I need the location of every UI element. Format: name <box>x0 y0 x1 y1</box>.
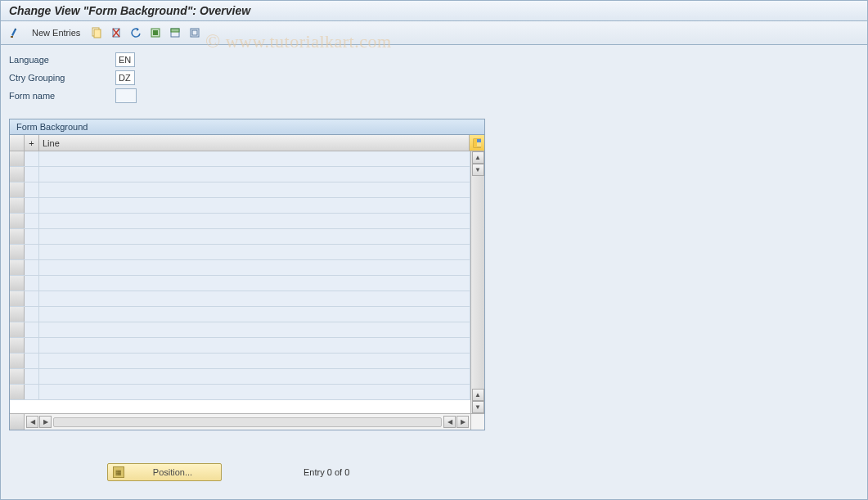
grid-corner <box>10 414 25 430</box>
form-name-field[interactable] <box>115 88 137 103</box>
grid-header-line[interactable]: Line <box>39 135 470 151</box>
page-title: Change View "Form Background": Overview <box>1 1 867 21</box>
table-row[interactable] <box>10 167 470 182</box>
position-icon: ▦ <box>113 466 124 478</box>
horizontal-scrollbar[interactable]: ◀ ▶ ◀ ▶ <box>25 414 470 430</box>
grid-configure-icon[interactable] <box>470 135 484 151</box>
svg-rect-14 <box>477 139 481 142</box>
grid-title: Form Background <box>10 119 484 135</box>
svg-rect-9 <box>171 29 179 32</box>
table-row[interactable] <box>10 322 470 338</box>
table-row[interactable] <box>10 214 470 229</box>
grid-rows <box>10 151 470 413</box>
ctry-grouping-label: Ctry Grouping <box>9 73 115 83</box>
language-field[interactable] <box>115 52 135 67</box>
table-row[interactable] <box>10 245 470 260</box>
table-row[interactable] <box>10 260 470 276</box>
entry-count-text: Entry 0 of 0 <box>304 467 349 477</box>
svg-rect-7 <box>153 30 158 35</box>
table-row[interactable] <box>10 182 470 198</box>
table-row[interactable] <box>10 354 470 369</box>
position-label: Position... <box>129 467 216 477</box>
form-name-label: Form name <box>9 91 115 101</box>
table-row[interactable] <box>10 307 470 322</box>
delete-icon[interactable] <box>108 25 124 41</box>
scroll-right2-icon[interactable]: ▶ <box>456 416 469 428</box>
scroll-up2-icon[interactable]: ▲ <box>472 389 484 401</box>
footer-bar: ▦ Position... Entry 0 of 0 <box>1 460 867 484</box>
svg-rect-13 <box>474 139 477 147</box>
table-row[interactable] <box>10 229 470 245</box>
scroll-left-icon[interactable]: ◀ <box>26 416 38 428</box>
language-label: Language <box>9 55 115 65</box>
grid-body: ▲ ▼ ▲ ▼ <box>10 151 484 413</box>
table-row[interactable] <box>10 151 470 167</box>
table-row[interactable] <box>10 369 470 385</box>
position-button[interactable]: ▦ Position... <box>107 463 222 481</box>
table-row[interactable] <box>10 385 470 400</box>
scroll-down-icon[interactable]: ▼ <box>472 164 484 176</box>
table-row[interactable] <box>10 338 470 354</box>
toolbar: New Entries <box>1 21 867 45</box>
select-block-icon[interactable] <box>167 25 183 41</box>
copy-as-icon[interactable] <box>88 25 105 41</box>
form-background-grid: Form Background + Line <box>9 119 485 430</box>
scroll-up-icon[interactable]: ▲ <box>472 151 484 164</box>
select-all-icon[interactable] <box>147 25 164 41</box>
vertical-scrollbar[interactable]: ▲ ▼ ▲ ▼ <box>470 151 484 413</box>
title-text: Change View "Form Background": Overview <box>9 4 250 17</box>
svg-rect-0 <box>11 36 13 38</box>
toggle-display-change-icon[interactable] <box>7 25 24 41</box>
scroll-down2-icon[interactable]: ▼ <box>472 401 484 413</box>
new-entries-button[interactable]: New Entries <box>27 26 85 39</box>
table-row[interactable] <box>10 291 470 307</box>
deselect-all-icon[interactable] <box>187 25 203 41</box>
scroll-left2-icon[interactable]: ◀ <box>443 416 456 428</box>
undo-change-icon[interactable] <box>128 25 144 41</box>
grid-header-select[interactable] <box>10 135 25 151</box>
table-row[interactable] <box>10 276 470 291</box>
svg-rect-2 <box>94 29 101 38</box>
form-area: Language Ctry Grouping Form name <box>1 45 867 107</box>
grid-footer: ◀ ▶ ◀ ▶ <box>10 413 484 430</box>
grid-header-plus[interactable]: + <box>25 135 39 151</box>
table-row[interactable] <box>10 198 470 214</box>
scroll-right-icon[interactable]: ▶ <box>39 416 52 428</box>
grid-header: + Line <box>10 135 484 151</box>
ctry-grouping-field[interactable] <box>115 70 135 85</box>
